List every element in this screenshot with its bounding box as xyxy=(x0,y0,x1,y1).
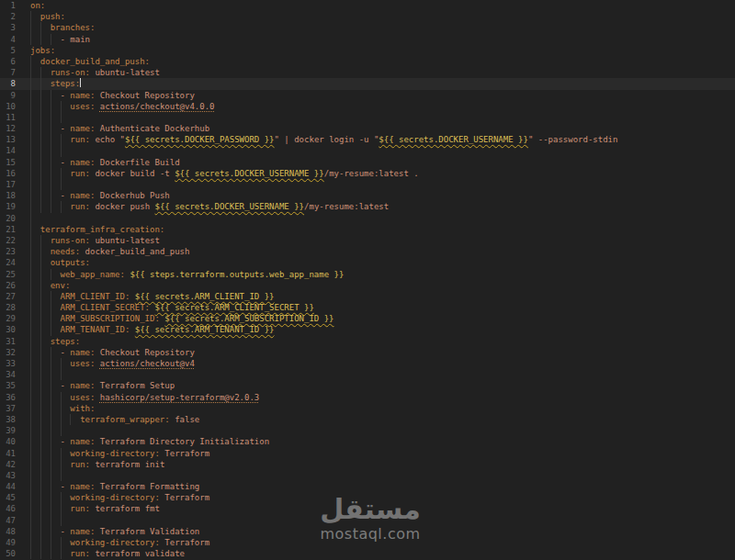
code-line[interactable]: 7runs-on: ubuntu-latest xyxy=(0,67,735,78)
line-number[interactable]: 25 xyxy=(0,269,16,280)
code-line[interactable]: 41working-directory: Terraform xyxy=(0,448,735,459)
code-line[interactable]: 31steps: xyxy=(0,336,735,347)
line-number[interactable]: 1 xyxy=(0,0,16,11)
line-number[interactable]: 40 xyxy=(0,436,16,447)
line-number[interactable]: 16 xyxy=(0,168,16,179)
code-line[interactable]: 17 xyxy=(0,179,735,190)
code-line[interactable]: 19run: docker push ${{ secrets.DOCKER_US… xyxy=(0,201,735,212)
line-number[interactable]: 28 xyxy=(0,302,16,313)
code-line[interactable]: 40- name: Terraform Directory Initializa… xyxy=(0,436,735,447)
code-line[interactable]: 23needs: docker_build_and_push xyxy=(0,246,735,257)
action-reference-link[interactable]: actions/checkout@v4 xyxy=(100,359,195,368)
line-number[interactable]: 39 xyxy=(0,425,16,436)
line-number[interactable]: 44 xyxy=(0,481,16,492)
line-number[interactable]: 35 xyxy=(0,380,16,391)
line-number[interactable]: 50 xyxy=(0,548,16,559)
line-number[interactable]: 30 xyxy=(0,324,16,335)
code-line[interactable]: 15- name: Dockerfile Build xyxy=(0,157,735,168)
line-number[interactable]: 6 xyxy=(0,56,16,67)
code-line[interactable]: 13run: echo "${{ secrets.DOCKER_PASSWORD… xyxy=(0,134,735,145)
line-number[interactable]: 43 xyxy=(0,470,16,481)
code-line[interactable]: 22runs-on: ubuntu-latest xyxy=(0,235,735,246)
code-line[interactable]: 46run: terraform fmt xyxy=(0,503,735,514)
code-line[interactable]: 37with: xyxy=(0,403,735,414)
line-number[interactable]: 4 xyxy=(0,34,16,45)
code-line[interactable]: 44- name: Terraform Formatting xyxy=(0,481,735,492)
code-line[interactable]: 43 xyxy=(0,470,735,481)
code-line[interactable]: 24outputs: xyxy=(0,257,735,268)
code-line[interactable]: 27ARM_CLIENT_ID: ${{ secrets.ARM_CLIENT_… xyxy=(0,291,735,302)
code-line[interactable]: 14 xyxy=(0,145,735,156)
code-line[interactable]: 32- name: Checkout Repository xyxy=(0,347,735,358)
line-number[interactable]: 2 xyxy=(0,11,16,22)
line-number[interactable]: 46 xyxy=(0,503,16,514)
code-line[interactable]: 49working-directory: Terraform xyxy=(0,537,735,548)
code-line[interactable]: 39 xyxy=(0,425,735,436)
action-reference-link[interactable]: hashicorp/setup-terraform@v2.0.3 xyxy=(100,393,259,402)
line-number[interactable]: 42 xyxy=(0,459,16,470)
code-line[interactable]: 3branches: xyxy=(0,22,735,33)
code-line[interactable]: 30ARM_TENANT_ID: ${{ secrets.ARM_TENANT_… xyxy=(0,324,735,335)
code-line[interactable]: 29ARM_SUBSCRIPTION_ID: ${{ secrets.ARM_S… xyxy=(0,313,735,324)
code-line[interactable]: 20 xyxy=(0,213,735,224)
code-line[interactable]: 25web_app_name: ${{ steps.terraform.outp… xyxy=(0,269,735,280)
line-number[interactable]: 3 xyxy=(0,22,16,33)
line-number[interactable]: 14 xyxy=(0,145,16,156)
line-number[interactable]: 15 xyxy=(0,157,16,168)
line-number[interactable]: 48 xyxy=(0,526,16,537)
line-number[interactable]: 5 xyxy=(0,45,16,56)
line-number[interactable]: 10 xyxy=(0,101,16,112)
line-number[interactable]: 27 xyxy=(0,291,16,302)
code-line[interactable]: 10uses: actions/checkout@v4.0.0 xyxy=(0,101,735,112)
code-line[interactable]: 47 xyxy=(0,515,735,526)
code-line[interactable]: 45working-directory: Terraform xyxy=(0,492,735,503)
line-number[interactable]: 23 xyxy=(0,246,16,257)
line-number[interactable]: 17 xyxy=(0,179,16,190)
line-number[interactable]: 11 xyxy=(0,112,16,123)
code-line[interactable]: 11 xyxy=(0,112,735,123)
code-line[interactable]: 50run: terraform validate xyxy=(0,548,735,559)
code-line[interactable]: 36uses: hashicorp/setup-terraform@v2.0.3 xyxy=(0,392,735,403)
code-line[interactable]: 2push: xyxy=(0,11,735,22)
line-number[interactable]: 13 xyxy=(0,134,16,145)
code-line[interactable]: 4- main xyxy=(0,34,735,45)
code-line[interactable]: 5jobs: xyxy=(0,45,735,56)
code-line[interactable]: 16run: docker build -t ${{ secrets.DOCKE… xyxy=(0,168,735,179)
line-number[interactable]: 47 xyxy=(0,515,16,526)
line-number[interactable]: 33 xyxy=(0,358,16,369)
code-line[interactable]: 33uses: actions/checkout@v4 xyxy=(0,358,735,369)
line-number[interactable]: 38 xyxy=(0,414,16,425)
line-number[interactable]: 19 xyxy=(0,201,16,212)
line-number[interactable]: 24 xyxy=(0,257,16,268)
line-number[interactable]: 9 xyxy=(0,90,16,101)
line-number[interactable]: 26 xyxy=(0,280,16,291)
line-number[interactable]: 20 xyxy=(0,213,16,224)
code-line[interactable]: 34 xyxy=(0,369,735,380)
code-line[interactable]: 35- name: Terraform Setup xyxy=(0,380,735,391)
code-line[interactable]: 26env: xyxy=(0,280,735,291)
code-line[interactable]: 28ARM_CLIENT_SECRET: ${{ secrets.ARM_CLI… xyxy=(0,302,735,313)
line-number[interactable]: 32 xyxy=(0,347,16,358)
line-number[interactable]: 7 xyxy=(0,67,16,78)
line-number[interactable]: 49 xyxy=(0,537,16,548)
line-number[interactable]: 29 xyxy=(0,313,16,324)
code-line[interactable]: 9- name: Checkout Repository xyxy=(0,90,735,101)
line-number[interactable]: 8 xyxy=(0,78,16,89)
line-number[interactable]: 22 xyxy=(0,235,16,246)
code-line[interactable]: 42run: terraform init xyxy=(0,459,735,470)
line-number[interactable]: 45 xyxy=(0,492,16,503)
line-number[interactable]: 36 xyxy=(0,392,16,403)
line-number[interactable]: 37 xyxy=(0,403,16,414)
code-line[interactable]: 38terraform_wrapper: false xyxy=(0,414,735,425)
code-line[interactable]: 12- name: Authenticate Dockerhub xyxy=(0,123,735,134)
action-reference-link[interactable]: actions/checkout@v4.0.0 xyxy=(100,102,215,111)
line-number[interactable]: 31 xyxy=(0,336,16,347)
line-number[interactable]: 41 xyxy=(0,448,16,459)
code-line[interactable]: 18- name: Dockerhub Push xyxy=(0,190,735,201)
code-line[interactable]: 6docker_build_and_push: xyxy=(0,56,735,67)
code-line[interactable]: 21terraform_infra_creation: xyxy=(0,224,735,235)
line-number[interactable]: 21 xyxy=(0,224,16,235)
code-editor[interactable]: 1on:2push:3branches:4- main5jobs:6docker… xyxy=(0,0,735,560)
code-line[interactable]: 8steps: xyxy=(0,78,735,89)
code-line[interactable]: 1on: xyxy=(0,0,735,11)
